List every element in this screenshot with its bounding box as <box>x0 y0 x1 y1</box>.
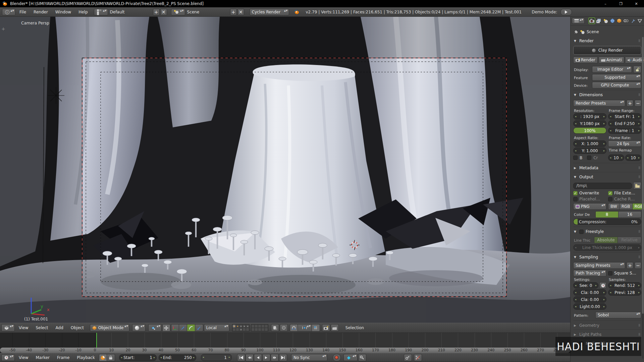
tab-modifiers[interactable] <box>630 18 636 23</box>
menu-marker[interactable]: Marker <box>32 353 53 362</box>
manipulator-rotate-off-button[interactable] <box>179 324 187 331</box>
frame-end-field[interactable]: ◂End:250▸ <box>159 354 196 361</box>
freestyle-checkbox[interactable] <box>579 230 584 234</box>
render-audio-button[interactable]: Audio <box>626 57 644 63</box>
playhead[interactable] <box>96 333 97 348</box>
file-format-select[interactable]: PNG▲▼ <box>573 203 606 210</box>
panel-grip-icon[interactable]: ⣿ <box>638 230 641 233</box>
section-output[interactable]: ▼ Output ⣿ <box>573 172 641 181</box>
render-animation-button[interactable]: Animati <box>599 57 624 63</box>
menu-window[interactable]: Window <box>52 8 74 16</box>
integrator-select[interactable]: Path Tracing▲▼ <box>573 270 606 277</box>
lock-interface-button[interactable] <box>633 66 641 73</box>
section-geometry[interactable]: ▶ Geometry ⣿ <box>573 320 641 329</box>
region-plus-icon[interactable]: + <box>1 26 5 32</box>
opengl-render-button[interactable] <box>322 324 330 331</box>
play-reverse-button[interactable] <box>254 354 262 361</box>
panel-grip-icon[interactable]: ⣿ <box>638 255 641 258</box>
menu-object[interactable]: Object <box>67 323 87 332</box>
menu-add[interactable]: Add <box>52 323 67 332</box>
manipulator-scale-button[interactable] <box>195 324 203 331</box>
no-new-keyframes-button[interactable] <box>414 354 422 361</box>
sampling-presets-select[interactable]: Sampling Presets▲▼ <box>573 262 625 269</box>
clamp-indirect-field[interactable]: ◂Cla: 0.00▸ <box>573 296 606 303</box>
demo-play-button[interactable] <box>560 9 572 15</box>
maximize-button[interactable]: ❐ <box>613 0 629 7</box>
scene-browse-button[interactable]: ▲▼ <box>171 9 185 15</box>
current-frame-field[interactable]: ◂Frame : 1▸ <box>608 127 641 134</box>
lock-time-button[interactable] <box>107 354 115 361</box>
sampling-preset-remove-button[interactable]: − <box>635 262 641 269</box>
tab-render-layers[interactable] <box>596 18 601 23</box>
seed-field[interactable]: ◂See: 0▸ <box>573 282 598 289</box>
viewport-scene[interactable]: x y <box>0 17 570 323</box>
viewport-3d[interactable]: x y Camera Persp + (1) Test.001 <box>0 17 570 323</box>
editor-type-selector[interactable]: ▲▼ <box>572 18 585 24</box>
render-still-button[interactable]: Render <box>573 57 598 63</box>
record-button[interactable] <box>333 354 341 361</box>
use-preview-range-button[interactable] <box>99 354 107 361</box>
section-dimensions[interactable]: ▼ Dimensions ⣿ <box>573 90 641 99</box>
depth-8-button[interactable]: 8 <box>595 211 619 218</box>
jump-to-end-button[interactable] <box>279 354 287 361</box>
panel-grip-icon[interactable]: ⣿ <box>638 324 641 327</box>
snap-target-button[interactable] <box>312 324 320 331</box>
manipulator-toggle[interactable] <box>162 324 170 331</box>
manipulator-rotate-button[interactable] <box>187 324 195 331</box>
layers-widget[interactable] <box>232 324 268 331</box>
pattern-select[interactable]: Sobol▲▼ <box>595 312 641 318</box>
viewport-shading-select[interactable]: ▲▼ <box>132 324 146 331</box>
menu-select[interactable]: Select <box>32 323 51 332</box>
scene-name[interactable]: Scene <box>186 8 229 16</box>
menu-view[interactable]: View <box>15 323 32 332</box>
close-button[interactable]: ✕ <box>629 0 644 7</box>
panel-grip-icon[interactable]: ⣿ <box>638 166 641 169</box>
file-extensions-checkbox[interactable]: ✓ <box>608 191 612 195</box>
section-render[interactable]: ▼ Render ⣿ <box>573 36 641 45</box>
panel-scrollbar[interactable] <box>642 37 644 359</box>
transform-orientation-select[interactable]: Local▲▼ <box>204 324 229 331</box>
aspect-x-field[interactable]: ◂X: 1.000▸ <box>573 140 606 147</box>
depth-16-button[interactable]: 16 <box>619 211 641 218</box>
section-freestyle[interactable]: ▼ Freestyle ⣿ <box>573 227 641 236</box>
menu-playback[interactable]: Playback <box>73 353 98 362</box>
keying-set-select[interactable]: ◆ ▲▼ <box>343 354 358 361</box>
tab-constraints[interactable] <box>624 18 629 23</box>
lock-to-scene-button[interactable] <box>271 324 279 331</box>
frame-rate-select[interactable]: 24 fps▲▼ <box>608 140 641 147</box>
tab-data[interactable] <box>637 18 643 23</box>
auto-keyframe-button[interactable] <box>404 354 412 361</box>
play-button[interactable] <box>262 354 270 361</box>
menu-frame[interactable]: Frame <box>54 353 73 362</box>
menu-file[interactable]: File <box>16 8 30 16</box>
preset-add-button[interactable]: + <box>627 100 633 107</box>
pivot-point-select[interactable]: ▲▼ <box>148 324 162 331</box>
placeholders-checkbox[interactable] <box>573 197 578 201</box>
current-frame-field[interactable]: ◂1▸ <box>201 354 232 361</box>
compression-slider[interactable]: Compression: 0% <box>573 219 641 225</box>
feature-set-select[interactable]: Supported▲▼ <box>592 74 641 81</box>
resolution-percentage-slider[interactable]: 100% <box>573 127 606 134</box>
output-path-field[interactable]: /tmp\ <box>573 183 632 189</box>
minimize-button[interactable]: – <box>598 0 613 7</box>
border-checkbox[interactable] <box>573 156 578 160</box>
panel-grip-icon[interactable]: ⣿ <box>638 175 641 178</box>
section-sampling[interactable]: ▼ Sampling ⣿ <box>573 252 641 261</box>
light-threshold-field[interactable]: ◂Light:0.00▸ <box>573 303 606 310</box>
layout-delete-button[interactable]: ✕ <box>160 9 167 15</box>
tab-object[interactable] <box>616 18 622 23</box>
next-keyframe-button[interactable] <box>271 354 279 361</box>
preset-remove-button[interactable]: − <box>635 100 641 107</box>
relative-button[interactable]: Relative <box>618 237 641 243</box>
line-thickness-field[interactable]: ◂Line Thickness: 1.000 px▸ <box>573 244 641 251</box>
color-bw-button[interactable]: BW <box>608 203 620 210</box>
overwrite-checkbox[interactable]: ✓ <box>573 191 578 195</box>
layout-name[interactable]: Default <box>109 8 152 16</box>
opengl-render-anim-button[interactable] <box>331 324 339 331</box>
timeline-scrollbar[interactable]: -50-40-30-20-100102030405060708090100110… <box>0 348 570 353</box>
tab-scene[interactable] <box>603 18 608 23</box>
menu-render[interactable]: Render <box>30 8 51 16</box>
editor-type-selector[interactable]: ▲▼ <box>1 324 15 331</box>
crop-checkbox[interactable] <box>587 156 591 160</box>
breadcrumb-label[interactable]: Scene <box>587 29 599 34</box>
